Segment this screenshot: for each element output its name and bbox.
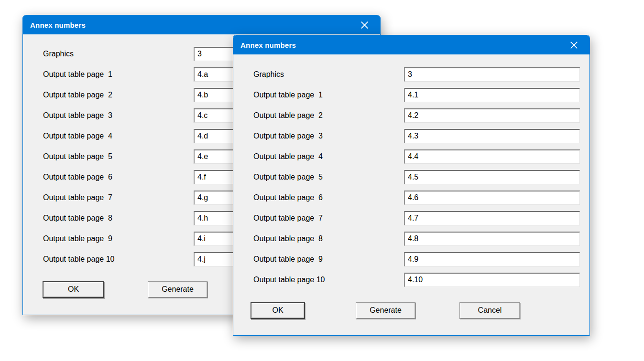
output-table-page-10-input[interactable] bbox=[404, 273, 580, 287]
field-label: Output table page 10 bbox=[43, 255, 194, 264]
form-row: Output table page 5 bbox=[253, 170, 589, 184]
cancel-button[interactable]: Cancel bbox=[459, 302, 520, 319]
field-label: Output table page 9 bbox=[43, 234, 194, 243]
output-table-page-5-input[interactable] bbox=[404, 170, 580, 184]
dialog-annex-numbers-front: Annex numbers Graphics Output table page… bbox=[233, 35, 590, 336]
form-row: Output table page 3 bbox=[253, 129, 589, 143]
output-table-page-2-input[interactable] bbox=[404, 108, 580, 123]
output-table-page-3-input[interactable] bbox=[404, 129, 580, 143]
field-label: Output table page 10 bbox=[253, 276, 404, 284]
field-label: Graphics bbox=[253, 70, 404, 79]
ok-button[interactable]: OK bbox=[43, 281, 104, 298]
field-label: Output table page 5 bbox=[43, 152, 194, 161]
output-table-page-6-input[interactable] bbox=[404, 191, 580, 205]
form-row: Graphics bbox=[253, 67, 589, 82]
dialog-title: Annex numbers bbox=[23, 21, 86, 29]
output-table-page-1-input[interactable] bbox=[404, 88, 580, 102]
generate-button[interactable]: Generate bbox=[148, 281, 207, 298]
form-row: Output table page 6 bbox=[253, 191, 589, 205]
field-label: Output table page 7 bbox=[253, 214, 404, 223]
close-button[interactable] bbox=[356, 15, 372, 34]
output-table-page-7-input[interactable] bbox=[404, 211, 580, 225]
field-label: Output table page 3 bbox=[253, 132, 404, 140]
field-label: Output table page 2 bbox=[43, 91, 194, 99]
form-row: Output table page 4 bbox=[253, 149, 589, 164]
dialog-title: Annex numbers bbox=[233, 41, 296, 49]
field-label: Output table page 4 bbox=[253, 152, 404, 161]
form-row: Output table page 2 bbox=[253, 108, 589, 123]
field-label: Output table page 4 bbox=[43, 132, 194, 140]
form-row: Output table page 1 bbox=[253, 88, 589, 102]
generate-button[interactable]: Generate bbox=[356, 302, 415, 319]
field-label: Output table page 6 bbox=[43, 173, 194, 181]
output-table-page-9-input[interactable] bbox=[404, 252, 580, 266]
form-row: Output table page 10 bbox=[253, 273, 589, 287]
close-icon bbox=[360, 21, 369, 29]
close-button[interactable] bbox=[566, 35, 582, 54]
close-icon bbox=[570, 41, 578, 49]
form-row: Output table page 9 bbox=[253, 252, 589, 266]
title-bar[interactable]: Annex numbers bbox=[23, 15, 380, 34]
output-table-page-8-input[interactable] bbox=[404, 232, 580, 246]
field-label: Output table page 1 bbox=[253, 91, 404, 99]
field-label: Output table page 9 bbox=[253, 255, 404, 264]
graphics-input[interactable] bbox=[404, 67, 580, 82]
field-label: Output table page 5 bbox=[253, 173, 404, 181]
form-row: Output table page 8 bbox=[253, 232, 589, 246]
field-label: Output table page 8 bbox=[43, 214, 194, 223]
form-row: Output table page 7 bbox=[253, 211, 589, 225]
field-label: Output table page 3 bbox=[43, 111, 194, 120]
field-label: Output table page 1 bbox=[43, 70, 194, 79]
field-label: Output table page 6 bbox=[253, 193, 404, 202]
field-label: Output table page 7 bbox=[43, 193, 194, 202]
field-label: Output table page 2 bbox=[253, 111, 404, 120]
button-row: OK Generate Cancel bbox=[233, 302, 589, 319]
field-label: Graphics bbox=[43, 50, 194, 58]
ok-button[interactable]: OK bbox=[251, 302, 305, 319]
output-table-page-4-input[interactable] bbox=[404, 149, 580, 164]
title-bar[interactable]: Annex numbers bbox=[233, 35, 589, 54]
dialog-body: Graphics Output table page 1 Output tabl… bbox=[233, 54, 589, 319]
field-label: Output table page 8 bbox=[253, 234, 404, 243]
